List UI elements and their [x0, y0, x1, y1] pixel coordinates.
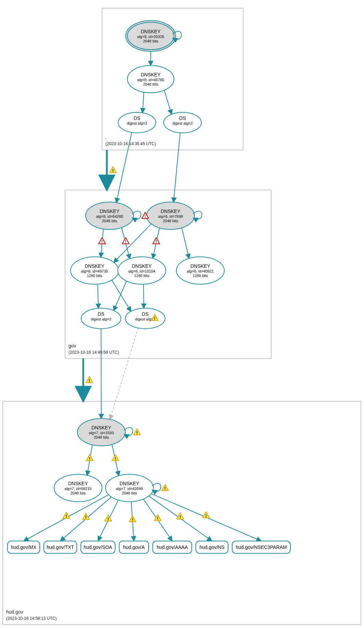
- node-sub: digest alg=2: [172, 121, 193, 125]
- node-rr1[interactable]: hud.gov/MX: [8, 541, 40, 553]
- warning-icon: !: [154, 514, 161, 521]
- node-sub: 1280 bits: [87, 274, 102, 278]
- warning-icon: !: [86, 377, 93, 383]
- node-sub: alg=8, id=40921: [187, 269, 214, 273]
- node-sub: alg=8, id=7698: [158, 214, 183, 218]
- node-sub: alg=8, id=10104: [128, 269, 155, 273]
- warning-icon: !: [129, 516, 136, 522]
- edge: [174, 133, 180, 202]
- node-r4[interactable]: DSdigest alg=2: [164, 112, 201, 133]
- zone-hud: [3, 401, 361, 625]
- error-icon: !: [153, 238, 160, 244]
- node-rr3[interactable]: hud.gov/SOA: [81, 541, 115, 553]
- rr-label: hud.gov/NS: [199, 544, 224, 550]
- node-title: DNSKEY: [68, 481, 88, 486]
- node-title: DNSKEY: [85, 263, 104, 269]
- svg-text:!: !: [101, 239, 103, 244]
- node-h2[interactable]: DNSKEYalg=7, id=582152048 bits: [54, 474, 102, 502]
- edge: [101, 328, 101, 418]
- svg-text:!: !: [155, 239, 157, 244]
- node-h3[interactable]: DNSKEYalg=7, id=426992048 bits: [105, 474, 153, 502]
- node-sub: 2048 bits: [102, 219, 117, 223]
- node-rr5[interactable]: hud.gov/AAAA: [153, 541, 192, 553]
- node-r1[interactable]: DNSKEYalg=8, id=203262048 bits: [126, 21, 176, 51]
- zone-label: hud.gov: [6, 609, 23, 615]
- warning-icon: !: [203, 512, 210, 518]
- rr-label: hud.gov/TXT: [47, 544, 74, 550]
- warning-icon: !: [162, 485, 168, 491]
- svg-text:!: !: [164, 486, 166, 491]
- node-r2[interactable]: DNSKEYalg=8, id=467802048 bits: [127, 65, 174, 93]
- node-title: DNSKEY: [100, 209, 120, 214]
- node-sub: alg=7, id=42699: [116, 487, 143, 491]
- rr-label: hud.gov/SOA: [84, 544, 112, 550]
- node-rr7[interactable]: hud.gov/NSEC3PARAM: [232, 541, 290, 553]
- edge: [164, 90, 172, 115]
- node-rr4[interactable]: hud.gov/A: [119, 541, 149, 553]
- error-icon: !: [99, 238, 105, 244]
- zone-timestamp: (2023-10-16 14:35:45 UTC): [105, 141, 156, 146]
- node-sub: 2048 bits: [143, 82, 159, 86]
- svg-text:!: !: [132, 517, 133, 522]
- node-g2[interactable]: DNSKEYalg=8, id=76982048 bits: [147, 202, 194, 229]
- node-sub: 2048 bits: [122, 491, 137, 495]
- node-g6[interactable]: DSdigest alg=2: [81, 308, 121, 329]
- edge: [182, 227, 189, 259]
- rr-label: hud.gov/A: [123, 544, 145, 550]
- edge: [143, 284, 144, 309]
- node-g4[interactable]: DNSKEYalg=8, id=101041280 bits: [118, 257, 166, 284]
- node-title: DNSKEY: [91, 425, 111, 430]
- node-r3[interactable]: DSdigest alg=2: [118, 112, 156, 133]
- warning-icon: !: [86, 455, 93, 461]
- node-rr2[interactable]: hud.gov/TXT: [44, 541, 77, 553]
- node-sub: digest alg=2: [91, 317, 111, 321]
- node-sub: alg=7, id=1593: [89, 431, 114, 435]
- node-title: DNSKEY: [141, 29, 161, 34]
- node-sub: 2048 bits: [143, 39, 159, 43]
- svg-text:!: !: [136, 430, 138, 435]
- node-title: DS: [142, 311, 148, 317]
- edge: [110, 328, 138, 419]
- node-rr6[interactable]: hud.gov/NS: [196, 541, 228, 553]
- node-g1[interactable]: DNSKEYalg=8, id=642802048 bits: [86, 202, 134, 229]
- node-sub: 2048 bits: [94, 435, 109, 439]
- edge: [114, 281, 127, 311]
- warning-icon: !: [110, 167, 116, 173]
- dnssec-graph: .(2023-10-16 14:35:45 UTC)gov(2023-10-16…: [0, 0, 364, 628]
- node-sub: alg=8, id=20326: [137, 35, 164, 39]
- node-sub: digest alg=2: [127, 121, 147, 125]
- node-title: DS: [179, 115, 186, 121]
- svg-text:!: !: [125, 239, 126, 244]
- node-sub: alg=8, id=49735: [81, 269, 108, 273]
- error-icon: !: [122, 238, 129, 244]
- node-title: DNSKEY: [141, 72, 161, 77]
- node-sub: alg=8, id=64280: [96, 214, 123, 218]
- node-title: DNSKEY: [161, 209, 180, 214]
- node-title: DNSKEY: [190, 263, 210, 269]
- warning-icon: !: [177, 513, 184, 519]
- warning-icon: !: [134, 429, 140, 435]
- edge: [142, 92, 144, 113]
- node-g3[interactable]: DNSKEYalg=8, id=497351280 bits: [71, 257, 118, 284]
- zone-timestamp: (2023-10-16 14:58:13 UTC): [6, 616, 57, 621]
- svg-text:!: !: [89, 378, 90, 383]
- node-title: DNSKEY: [132, 263, 152, 269]
- svg-text:!: !: [115, 456, 116, 461]
- zone-timestamp: (2023-10-16 14:49:58 UTC): [68, 350, 119, 355]
- node-g7[interactable]: DSdigest alg=1: [125, 308, 165, 329]
- svg-text:!: !: [112, 168, 114, 173]
- svg-text:!: !: [85, 515, 87, 520]
- svg-text:!: !: [157, 516, 158, 521]
- zone-label: gov: [68, 343, 76, 349]
- zone-label: .: [105, 135, 107, 140]
- node-g5[interactable]: DNSKEYalg=8, id=409211280 bits: [176, 257, 224, 284]
- edge: [112, 280, 131, 312]
- rr-label: hud.gov/MX: [11, 544, 37, 550]
- svg-text:!: !: [65, 514, 67, 519]
- warning-icon: !: [63, 512, 70, 519]
- rr-label: hud.gov/NSEC3PARAM: [236, 544, 287, 550]
- svg-text:!: !: [145, 214, 146, 219]
- node-title: DS: [98, 311, 104, 317]
- node-sub: 2048 bits: [163, 219, 178, 223]
- node-h1[interactable]: DNSKEYalg=7, id=15932048 bits: [77, 418, 125, 446]
